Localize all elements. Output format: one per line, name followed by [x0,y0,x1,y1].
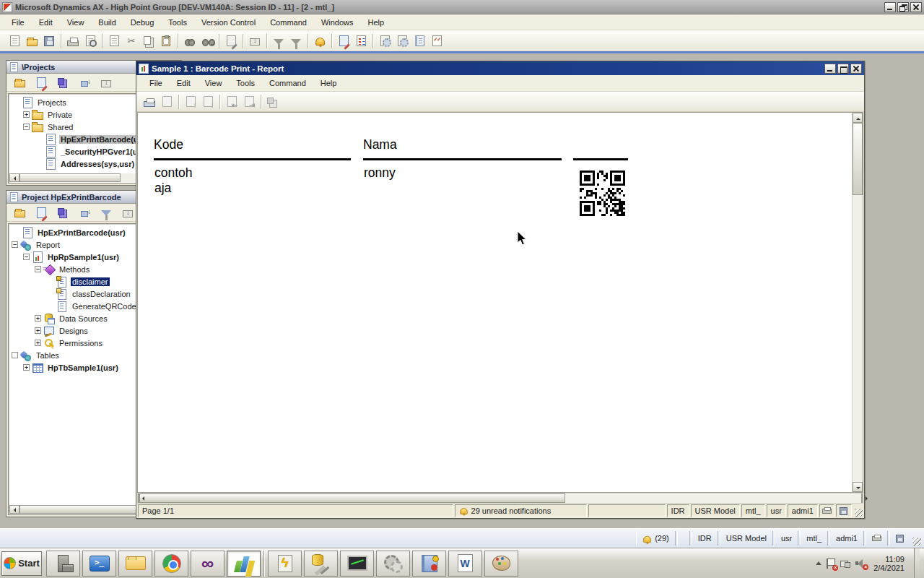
zoom-button[interactable] [264,93,282,111]
status-segment-mtl[interactable]: mtl_ [741,504,765,517]
report-maximize-button[interactable] [837,64,849,74]
expand-tray-icon[interactable] [816,558,821,565]
menu-tools[interactable]: Tools [161,16,194,29]
menu-help[interactable]: Help [313,77,344,90]
form-view-button[interactable] [32,204,50,221]
report-window-title-bar[interactable]: Sample 1 : Barcode Print - Report [136,61,864,75]
taskbar-button-performance-monitor[interactable] [340,551,374,577]
taskbar-button-word[interactable] [448,551,482,577]
filter-node-button[interactable] [97,204,115,221]
taskbar-button-sql-config[interactable] [268,551,302,577]
expand-icon[interactable]: + [35,340,41,346]
new-window-button[interactable] [105,33,123,50]
cut-button[interactable]: ✂ [123,33,140,50]
collapse-icon[interactable]: − [23,124,30,130]
compile-button[interactable] [376,33,393,50]
collapse-icon[interactable]: − [23,254,30,260]
menu-edit[interactable]: Edit [32,16,60,29]
import-node-button[interactable] [119,204,136,221]
collapse-icon[interactable]: − [12,241,18,248]
menu-help[interactable]: Help [361,16,392,29]
minimize-button[interactable] [884,2,896,12]
menu-tools[interactable]: Tools [229,77,262,90]
form-browser-button[interactable] [222,33,240,50]
notifications-status[interactable]: 29 unread notifications [455,504,588,517]
print-report-button[interactable] [141,93,158,111]
taskbar-button-visual-studio[interactable] [191,551,225,577]
menu-view[interactable]: View [198,77,230,90]
restore-button[interactable] [897,2,909,12]
open-button[interactable] [23,33,40,50]
save-button[interactable] [40,33,58,50]
menu-view[interactable]: View [60,16,92,29]
menu-build[interactable]: Build [91,16,123,29]
filter-button[interactable] [270,33,287,50]
printer-status[interactable] [866,531,888,545]
code-notes-button[interactable] [411,33,428,50]
menu-version-control[interactable]: Version Control [194,16,263,29]
taskbar-button-chrome[interactable] [154,551,188,577]
scroll-left-button[interactable] [138,493,139,503]
export-node-button[interactable] [76,74,93,91]
scroll-thumb[interactable] [853,123,863,195]
status-segment-idr[interactable]: IDR [667,504,689,517]
collapse-icon[interactable]: − [35,266,41,272]
action-center-icon[interactable]: × [827,558,835,569]
expander-icon[interactable] [12,352,18,358]
copy-button[interactable] [140,33,157,50]
find-next-button[interactable] [199,33,216,50]
start-button[interactable]: Start [1,551,42,576]
previous-page-button[interactable] [182,93,199,111]
edit-properties-button[interactable] [335,33,352,50]
report-horizontal-scrollbar[interactable] [137,493,863,504]
report-minimize-button[interactable] [824,64,836,74]
status-segment-idr[interactable]: IDR [692,531,718,545]
scroll-up-button[interactable] [853,113,863,123]
status-segment-usr[interactable]: usr [775,531,798,545]
taskbar-button-event-viewer[interactable] [412,551,446,577]
print-preview-button[interactable] [82,33,99,50]
taskbar-button-services[interactable] [376,551,410,577]
open-project-button[interactable] [11,204,28,221]
database-status[interactable] [836,504,851,517]
network-icon[interactable] [840,559,850,568]
menu-windows[interactable]: Windows [314,16,361,29]
open-project-button[interactable] [11,74,28,91]
menu-file[interactable]: File [4,16,32,29]
report-vertical-scrollbar[interactable] [852,113,863,492]
notification-count[interactable]: (29) [636,531,676,545]
scroll-right-button[interactable] [861,493,863,503]
paste-button[interactable] [157,33,175,50]
clock[interactable]: 11:09 2/4/2021 [871,555,905,572]
output-list-button[interactable] [352,33,370,50]
taskbar-button-file-explorer[interactable] [118,551,152,577]
scroll-left-button[interactable] [9,173,19,182]
database-status[interactable] [889,531,910,545]
resize-grip[interactable] [855,509,863,517]
taskbar-button-dynamics-ax[interactable] [227,551,261,577]
taskbar-button-powershell[interactable] [82,551,116,577]
layer-compare-button[interactable] [54,74,71,91]
scroll-thumb[interactable] [19,505,149,514]
layer-compare-button[interactable] [54,204,71,221]
expand-icon[interactable]: + [35,315,41,322]
last-page-button[interactable] [240,93,258,111]
form-view-button[interactable] [32,74,50,91]
export-node-button[interactable] [76,204,93,221]
new-document-button[interactable] [6,33,23,50]
scroll-left-button[interactable] [9,505,19,514]
status-segment-usr-model[interactable]: USR Model [691,504,740,517]
import-node-button[interactable] [97,74,115,91]
status-segment-admi1[interactable]: admi1 [788,504,818,517]
status-segment-usr-model[interactable]: USR Model [720,531,773,545]
expand-icon[interactable]: + [23,364,30,371]
best-practices-button[interactable] [428,33,445,50]
volume-muted-icon[interactable]: × [855,559,866,568]
first-page-button[interactable] [223,93,240,111]
menu-debug[interactable]: Debug [123,16,161,29]
taskbar-button-server-manager[interactable] [46,551,80,577]
find-button[interactable] [181,33,199,50]
status-segment-admi1[interactable]: admi1 [829,531,864,545]
expand-icon[interactable]: + [23,111,30,118]
close-button[interactable] [910,2,922,12]
